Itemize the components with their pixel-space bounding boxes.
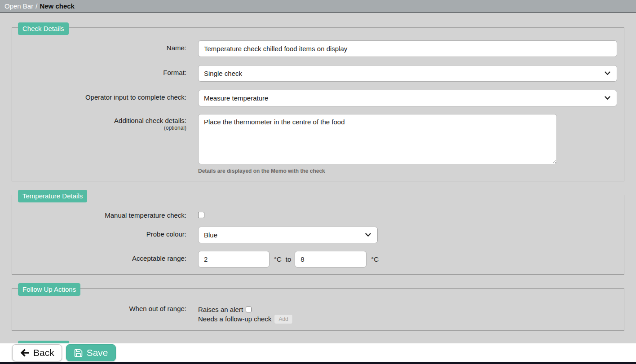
details-memo-note: Details are displayed on the Memo with t… [198, 168, 618, 174]
form-content: Check Details Name: Format: Single check… [0, 27, 636, 364]
acceptable-range-label: Acceptable range: [12, 251, 186, 268]
back-button[interactable]: Back [12, 344, 62, 361]
when-out-of-range-label: When out of range: [12, 301, 186, 324]
format-label: Format: [12, 65, 186, 82]
probe-colour-select[interactable]: Blue [198, 227, 378, 243]
needs-followup-label: Needs a follow-up check [198, 315, 271, 323]
breadcrumb-separator: / [35, 2, 37, 10]
temperature-details-legend: Temperature Details [18, 190, 87, 202]
breadcrumb: Open Bar / New check [0, 0, 636, 13]
format-select[interactable]: Single check [198, 65, 617, 82]
additional-details-textarea[interactable]: Place the thermometer in the centre of t… [198, 114, 557, 164]
breadcrumb-app-link[interactable]: Open Bar [4, 2, 33, 10]
raises-alert-label: Raises an alert [198, 306, 243, 313]
breadcrumb-current-page: New check [40, 2, 75, 10]
range-max-input[interactable] [295, 251, 367, 268]
operator-input-row: Operator input to complete check: Measur… [12, 90, 618, 106]
manual-check-checkbox[interactable] [198, 212, 204, 218]
raises-alert-checkbox[interactable] [246, 307, 252, 312]
operator-input-select[interactable]: Measure temperature [198, 90, 617, 106]
acceptable-range-row: Acceptable range: °C to °C [12, 251, 618, 268]
format-select-value: Single check [204, 70, 242, 77]
footer-action-bar: Back Save [0, 343, 636, 364]
optional-hint: (optional) [12, 125, 186, 131]
chevron-down-icon [605, 96, 610, 100]
range-to-text: to [286, 255, 292, 263]
manual-check-row: Manual temperature check: [12, 208, 618, 220]
operator-input-select-value: Measure temperature [204, 94, 268, 102]
manual-check-label: Manual temperature check: [12, 208, 186, 220]
add-followup-button[interactable]: Add [274, 314, 292, 324]
range-min-input[interactable] [198, 251, 269, 268]
when-out-of-range-row: When out of range: Raises an alert Needs… [12, 301, 618, 324]
name-row: Name: [12, 40, 618, 57]
chevron-down-icon [365, 233, 371, 237]
save-button-label: Save [87, 347, 108, 358]
arrow-left-icon [20, 348, 30, 357]
back-button-label: Back [33, 347, 54, 358]
name-input[interactable] [198, 40, 617, 57]
range-min-unit: °C [274, 255, 282, 263]
save-button[interactable]: Save [66, 344, 116, 361]
operator-input-label: Operator input to complete check: [12, 90, 186, 106]
chevron-down-icon [605, 71, 610, 75]
additional-details-row: Additional check details: (optional) Pla… [12, 114, 618, 174]
range-max-unit: °C [371, 255, 379, 263]
follow-up-actions-section: Follow Up Actions When out of range: Rai… [12, 288, 624, 331]
probe-colour-select-value: Blue [204, 231, 217, 239]
check-details-legend: Check Details [18, 22, 69, 35]
format-row: Format: Single check [12, 65, 618, 82]
additional-details-label: Additional check details: [114, 117, 186, 124]
temperature-details-section: Temperature Details Manual temperature c… [12, 195, 624, 275]
probe-colour-row: Probe colour: Blue [12, 227, 618, 243]
floppy-disk-icon [74, 348, 83, 358]
name-label: Name: [12, 40, 186, 57]
probe-colour-label: Probe colour: [12, 227, 186, 243]
follow-up-actions-legend: Follow Up Actions [18, 283, 80, 296]
check-details-section: Check Details Name: Format: Single check… [12, 27, 624, 181]
